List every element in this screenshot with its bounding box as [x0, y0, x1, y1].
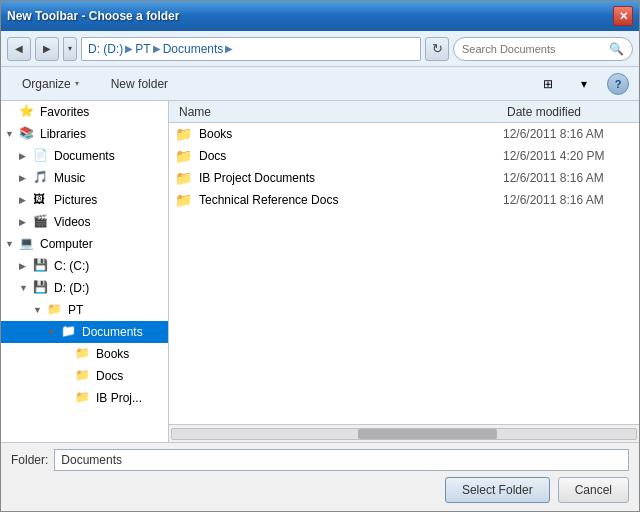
back-button[interactable]: ◀ [7, 37, 31, 61]
path-arrow-3: ▶ [225, 43, 233, 54]
tree-item-drive-d[interactable]: ▼ 💾 D: (D:) [1, 277, 168, 299]
path-arrow-2: ▶ [153, 43, 161, 54]
file-list-body: 📁 Books 12/6/2011 8:16 AM 📁 Docs 12/6/20… [169, 123, 639, 424]
content-area: ⭐ Favorites ▼ 📚 Libraries ▶ 📄 Documents … [1, 101, 639, 442]
tree-toggle-libraries: ▼ [5, 129, 19, 139]
toolbar: Organize ▾ New folder ⊞ ▾ ? [1, 67, 639, 101]
new-folder-label: New folder [111, 77, 168, 91]
file-icon: 📁 [175, 148, 195, 164]
tree-item-doc-sel[interactable]: ▼ 📁 Documents [1, 321, 168, 343]
cancel-button[interactable]: Cancel [558, 477, 629, 503]
file-icon: 📁 [175, 192, 195, 208]
file-name: Docs [199, 149, 503, 163]
path-documents[interactable]: Documents [163, 42, 224, 56]
tree-item-videos[interactable]: ▶ 🎬 Videos [1, 211, 168, 233]
new-folder-button[interactable]: New folder [100, 71, 179, 97]
address-path[interactable]: D: (D:) ▶ PT ▶ Documents ▶ [81, 37, 421, 61]
view-dropdown-icon: ▾ [581, 77, 587, 91]
forward-icon: ▶ [43, 43, 51, 54]
file-date: 12/6/2011 8:16 AM [503, 193, 633, 207]
tree-toggle-drive-d: ▼ [19, 283, 33, 293]
scroll-thumb[interactable] [358, 429, 497, 439]
column-name[interactable]: Name [175, 105, 503, 119]
action-buttons: Select Folder Cancel [11, 477, 629, 503]
refresh-button[interactable]: ↻ [425, 37, 449, 61]
tree-toggle-computer: ▼ [5, 239, 19, 249]
tree-label-ib-sub: IB Proj... [96, 391, 142, 405]
file-row[interactable]: 📁 Technical Reference Docs 12/6/2011 8:1… [169, 189, 639, 211]
view-button[interactable]: ⊞ [535, 71, 561, 97]
file-list-header: Name Date modified [169, 101, 639, 123]
folder-value: Documents [54, 449, 629, 471]
file-date: 12/6/2011 8:16 AM [503, 171, 633, 185]
tree-icon-documents: 📄 [33, 148, 51, 164]
tree-icon-favorites: ⭐ [19, 104, 37, 120]
file-row[interactable]: 📁 Docs 12/6/2011 4:20 PM [169, 145, 639, 167]
tree-icon-docs-sub: 📁 [75, 368, 93, 384]
search-icon: 🔍 [609, 42, 624, 56]
select-folder-button[interactable]: Select Folder [445, 477, 550, 503]
tree-item-documents[interactable]: ▶ 📄 Documents [1, 145, 168, 167]
path-arrow-1: ▶ [125, 43, 133, 54]
tree-label-books-sub: Books [96, 347, 129, 361]
tree-item-pictures[interactable]: ▶ 🖼 Pictures [1, 189, 168, 211]
title-bar: New Toolbar - Choose a folder ✕ [1, 1, 639, 31]
tree-label-computer: Computer [40, 237, 93, 251]
file-row[interactable]: 📁 Books 12/6/2011 8:16 AM [169, 123, 639, 145]
tree-item-music[interactable]: ▶ 🎵 Music [1, 167, 168, 189]
close-button[interactable]: ✕ [613, 6, 633, 26]
folder-label: Folder: [11, 453, 48, 467]
path-pt[interactable]: PT [135, 42, 150, 56]
tree-item-favorites[interactable]: ⭐ Favorites [1, 101, 168, 123]
path-drive[interactable]: D: (D:) [88, 42, 123, 56]
address-bar: ◀ ▶ ▾ D: (D:) ▶ PT ▶ Documents ▶ ↻ 🔍 [1, 31, 639, 67]
nav-dropdown-button[interactable]: ▾ [63, 37, 77, 61]
tree-icon-music: 🎵 [33, 170, 51, 186]
view-dropdown-button[interactable]: ▾ [571, 71, 597, 97]
tree-item-docs-sub[interactable]: 📁 Docs [1, 365, 168, 387]
file-date: 12/6/2011 8:16 AM [503, 127, 633, 141]
file-date: 12/6/2011 4:20 PM [503, 149, 633, 163]
tree-label-music: Music [54, 171, 85, 185]
tree-label-drive-d: D: (D:) [54, 281, 89, 295]
tree-label-libraries: Libraries [40, 127, 86, 141]
tree-item-computer[interactable]: ▼ 💻 Computer [1, 233, 168, 255]
tree-item-drive-c[interactable]: ▶ 💾 C: (C:) [1, 255, 168, 277]
file-row[interactable]: 📁 IB Project Documents 12/6/2011 8:16 AM [169, 167, 639, 189]
tree-label-documents: Documents [54, 149, 115, 163]
file-name: Technical Reference Docs [199, 193, 503, 207]
tree-toggle-pt: ▼ [33, 305, 47, 315]
organize-button[interactable]: Organize ▾ [11, 71, 90, 97]
tree-toggle-pictures: ▶ [19, 195, 33, 205]
tree-icon-pictures: 🖼 [33, 192, 51, 208]
tree-icon-drive-c: 💾 [33, 258, 51, 274]
tree-toggle-documents: ▶ [19, 151, 33, 161]
file-name: IB Project Documents [199, 171, 503, 185]
horizontal-scrollbar[interactable] [169, 424, 639, 442]
tree-item-books-sub[interactable]: 📁 Books [1, 343, 168, 365]
help-button[interactable]: ? [607, 73, 629, 95]
bottom-section: Folder: Documents Select Folder Cancel [1, 442, 639, 511]
scroll-track [171, 428, 637, 440]
tree-item-libraries[interactable]: ▼ 📚 Libraries [1, 123, 168, 145]
search-box[interactable]: 🔍 [453, 37, 633, 61]
organize-label: Organize [22, 77, 71, 91]
column-date-modified[interactable]: Date modified [503, 105, 633, 119]
tree-label-pt: PT [68, 303, 83, 317]
tree-icon-libraries: 📚 [19, 126, 37, 142]
file-icon: 📁 [175, 126, 195, 142]
tree-label-favorites: Favorites [40, 105, 89, 119]
tree-toggle-drive-c: ▶ [19, 261, 33, 271]
tree-toggle-doc-sel: ▼ [47, 327, 61, 337]
search-input[interactable] [462, 43, 605, 55]
tree-icon-ib-sub: 📁 [75, 390, 93, 406]
file-name: Books [199, 127, 503, 141]
tree-item-ib-sub[interactable]: 📁 IB Proj... [1, 387, 168, 409]
tree-icon-pt: 📁 [47, 302, 65, 318]
forward-button[interactable]: ▶ [35, 37, 59, 61]
left-panel: ⭐ Favorites ▼ 📚 Libraries ▶ 📄 Documents … [1, 101, 169, 442]
folder-row: Folder: Documents [11, 449, 629, 471]
tree-toggle-music: ▶ [19, 173, 33, 183]
tree-item-pt[interactable]: ▼ 📁 PT [1, 299, 168, 321]
view-icon: ⊞ [543, 77, 553, 91]
